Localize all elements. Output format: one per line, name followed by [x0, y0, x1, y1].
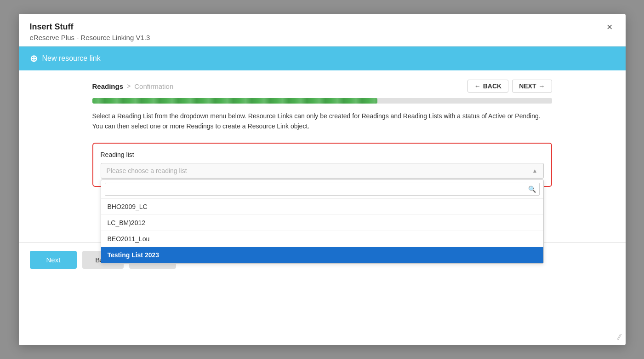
banner-label: New resource link	[42, 54, 101, 63]
search-icon: 🔍	[528, 185, 536, 193]
reading-list-section: Reading list Please choose a reading lis…	[92, 143, 552, 187]
breadcrumb-step1: Readings	[92, 82, 124, 90]
modal-header-text: Insert Stuff eReserve Plus - Resource Li…	[30, 22, 150, 41]
close-button[interactable]: ×	[605, 22, 615, 32]
reading-list-select-container: Please choose a reading list ▲ 🔍	[101, 163, 544, 179]
back-nav-button[interactable]: ← BACK	[467, 80, 508, 93]
wizard-nav-buttons: ← BACK NEXT →	[467, 80, 552, 93]
next-nav-label: NEXT	[519, 82, 536, 90]
dropdown-search-row: 🔍	[101, 180, 543, 199]
progress-bar-container	[92, 98, 552, 104]
dropdown-option-2[interactable]: LC_BM)2012	[101, 215, 543, 231]
dropdown-option-3[interactable]: BEO2011_Lou	[101, 231, 543, 247]
modal-subtitle: eReserve Plus - Resource Linking V1.3	[30, 34, 150, 41]
breadcrumb-nav: Readings > Confirmation ← BACK NEXT →	[92, 80, 552, 93]
next-arrow-icon: →	[539, 82, 545, 90]
reading-list-label: Reading list	[101, 151, 544, 158]
reading-list-dropdown: 🔍 BHO2009_LC LC_BM)2012 BEO2011_Lou Test…	[101, 180, 544, 264]
search-wrap: 🔍	[105, 183, 540, 196]
back-nav-label: BACK	[483, 82, 502, 90]
breadcrumb: Readings > Confirmation	[92, 82, 174, 90]
select-placeholder: Please choose a reading list	[107, 167, 187, 174]
dropdown-option-4[interactable]: Testing List 2023	[101, 247, 543, 263]
chevron-up-icon: ▲	[532, 168, 538, 174]
dropdown-option-1[interactable]: BHO2009_LC	[101, 199, 543, 215]
modal-body: Readings > Confirmation ← BACK NEXT →	[19, 70, 626, 196]
breadcrumb-step2: Confirmation	[134, 82, 173, 90]
plus-circle-icon: ⊕	[30, 53, 38, 64]
breadcrumb-separator: >	[127, 82, 131, 90]
next-nav-button[interactable]: NEXT →	[512, 80, 552, 93]
modal-dialog: Insert Stuff eReserve Plus - Resource Li…	[19, 14, 626, 345]
modal-title: Insert Stuff	[30, 22, 150, 32]
new-resource-banner[interactable]: ⊕ New resource link	[19, 46, 626, 70]
modal-overlay: Insert Stuff eReserve Plus - Resource Li…	[0, 0, 644, 359]
progress-bar-fill	[92, 98, 377, 104]
back-arrow-icon: ←	[474, 82, 481, 90]
resize-handle-icon: ∕∕	[618, 333, 621, 342]
modal-header: Insert Stuff eReserve Plus - Resource Li…	[19, 14, 626, 46]
next-button[interactable]: Next	[30, 251, 77, 269]
reading-list-select-display[interactable]: Please choose a reading list ▲	[101, 163, 544, 179]
description-text: Select a Reading List from the dropdown …	[92, 111, 552, 132]
dropdown-search-input[interactable]	[105, 183, 540, 196]
